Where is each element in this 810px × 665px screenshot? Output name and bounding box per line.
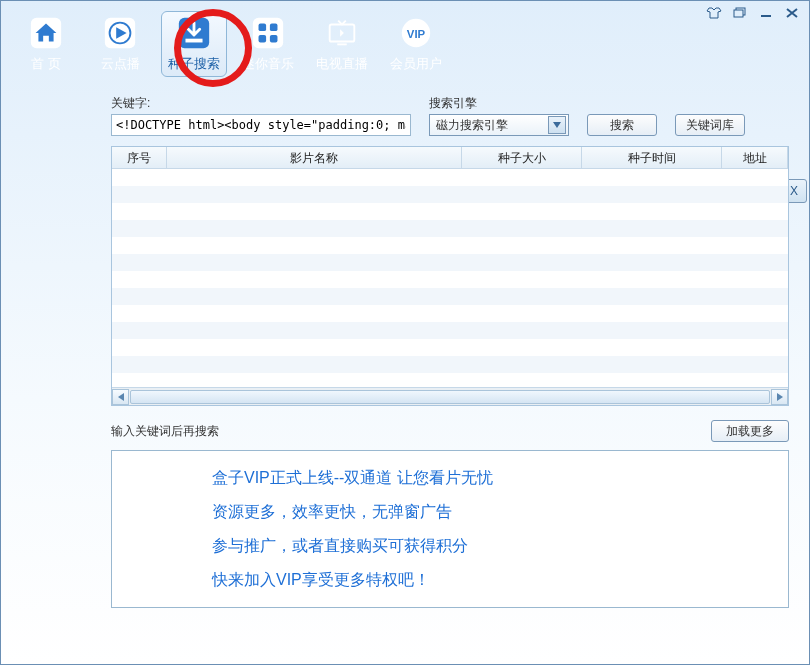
table-row [112,169,788,186]
table-body [112,169,788,387]
col-time[interactable]: 种子时间 [582,147,722,168]
toolbar-vipuser[interactable]: VIP 会员用户 [383,11,449,77]
table-row [112,322,788,339]
promo-line: 资源更多，效率更快，无弹窗广告 [212,501,768,523]
toolbar-livestream-label: 电视直播 [316,55,368,73]
table-row [112,356,788,373]
engine-combo-value: 磁力搜索引擎 [436,117,508,134]
promo-box: 盒子VIP正式上线--双通道 让您看片无忧 资源更多，效率更快，无弹窗广告 参与… [111,450,789,608]
load-more-button[interactable]: 加载更多 [711,420,789,442]
table-row [112,186,788,203]
col-title[interactable]: 影片名称 [167,147,462,168]
svg-text:VIP: VIP [407,28,426,40]
table-row [112,373,788,387]
engine-label: 搜索引擎 [429,95,569,112]
keyword-library-button[interactable]: 关键词库 [675,114,745,136]
keyword-label: 关键字: [111,95,411,112]
engine-combo[interactable]: 磁力搜索引擎 [429,114,569,136]
toolbar-vipuser-label: 会员用户 [390,55,442,73]
toolbar-home[interactable]: 首 页 [13,11,79,77]
col-size[interactable]: 种子大小 [462,147,582,168]
svg-rect-14 [337,43,346,45]
toolbar-seedsearch[interactable]: 种子搜索 [161,11,227,77]
horizontal-scrollbar[interactable] [112,387,788,405]
toolbar-cloudplay[interactable]: 云点播 [87,11,153,77]
keyword-input[interactable] [111,114,411,136]
toolbar-cloudplay-label: 云点播 [101,55,140,73]
promo-line: 快来加入VIP享受更多特权吧！ [212,569,768,591]
home-icon [28,15,64,51]
svg-rect-7 [185,39,202,43]
toolbar-home-label: 首 页 [31,55,61,73]
promo-line: 参与推广，或者直接购买可获得积分 [212,535,768,557]
toolbar-livestream[interactable]: 电视直播 [309,11,375,77]
table-row [112,203,788,220]
toolbar-minimusic-label: 迷你音乐 [242,55,294,73]
svg-rect-11 [259,35,267,43]
scroll-thumb[interactable] [130,390,770,404]
table-header: 序号 影片名称 种子大小 种子时间 地址 [112,147,788,169]
vip-icon: VIP [398,15,434,51]
results-table: 序号 影片名称 种子大小 种子时间 地址 [111,146,789,406]
download-icon [176,15,212,51]
svg-rect-10 [270,24,278,32]
content-area: 关键字: 搜索引擎 磁力搜索引擎 搜索 关键词库 序号 影片名称 种子大小 [1,87,809,618]
chevron-down-icon [548,116,566,134]
status-hint: 输入关键词后再搜索 [111,423,219,440]
keyword-group: 关键字: [111,95,411,136]
search-button[interactable]: 搜索 [587,114,657,136]
table-row [112,271,788,288]
main-toolbar: 首 页 云点播 种子搜索 迷你音乐 电视直播 [1,1,809,87]
svg-rect-9 [259,24,267,32]
play-icon [102,15,138,51]
table-row [112,339,788,356]
engine-group: 搜索引擎 磁力搜索引擎 [429,95,569,136]
table-row [112,288,788,305]
col-addr[interactable]: 地址 [722,147,788,168]
table-row [112,254,788,271]
tv-icon [324,15,360,51]
svg-rect-12 [270,35,278,43]
toolbar-seedsearch-label: 种子搜索 [168,55,220,73]
search-row: 关键字: 搜索引擎 磁力搜索引擎 搜索 关键词库 [111,95,789,136]
promo-line: 盒子VIP正式上线--双通道 让您看片无忧 [212,467,768,489]
table-row [112,305,788,322]
table-row [112,237,788,254]
table-row [112,220,788,237]
scroll-left-icon[interactable] [112,389,129,405]
svg-rect-8 [253,18,283,48]
main-window: 首 页 云点播 种子搜索 迷你音乐 电视直播 [0,0,810,665]
music-icon [250,15,286,51]
col-index[interactable]: 序号 [112,147,167,168]
scroll-right-icon[interactable] [771,389,788,405]
toolbar-minimusic[interactable]: 迷你音乐 [235,11,301,77]
status-row: 输入关键词后再搜索 加载更多 [111,420,789,442]
